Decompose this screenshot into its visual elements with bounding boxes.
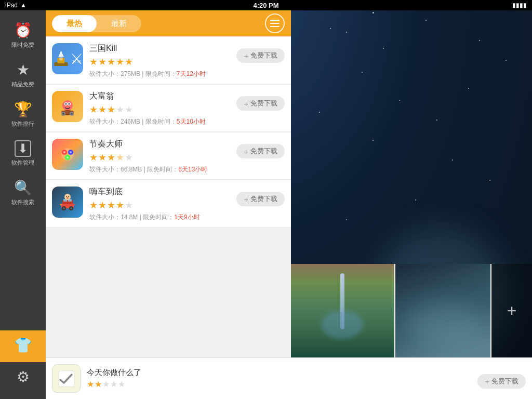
svg-point-13: [62, 113, 64, 115]
tab-bar: 最热 最新: [46, 10, 291, 36]
app-stars: ★★★★★: [89, 200, 232, 211]
bottom-app-title: 今天你做什么了: [87, 368, 473, 378]
dafu-artwork: [57, 96, 78, 117]
app-icon-dafu: [52, 91, 83, 122]
time-limit: 7天12小时: [177, 70, 206, 77]
wallpaper-thumb-4[interactable]: [394, 264, 490, 357]
svg-point-32: [64, 194, 71, 200]
svg-point-14: [71, 113, 73, 115]
sanguo-artwork: [52, 48, 70, 69]
svg-point-20: [70, 151, 72, 153]
sidebar-item-settings[interactable]: ⚙: [0, 362, 46, 394]
svg-point-21: [66, 156, 69, 158]
app-info: 节奏大师 ★★★★★ 软件大小：66.8MB | 限免时间：6天13小时: [89, 139, 232, 174]
app-icon-sanguo: [52, 43, 83, 74]
app-meta: 软件大小：66.8MB | 限免时间：6天13小时: [89, 165, 232, 174]
svg-point-19: [63, 151, 65, 153]
search-icon: 🔍: [14, 179, 32, 196]
sidebar-item-label: 软件排行: [11, 120, 34, 128]
trophy-icon: 🏆: [14, 101, 32, 118]
app-info: 三国Kill ★★★★★ 软件大小：275MB | 限免时间：7天12小时: [89, 43, 232, 78]
svg-rect-30: [60, 204, 62, 205]
status-left: iPad ▲: [5, 2, 26, 9]
hiche-artwork: [57, 192, 78, 212]
app-title: 节奏大师: [89, 139, 232, 150]
app-title: 大富翁: [89, 91, 232, 102]
sidebar: ⏰ 限时免费 ★ 精品免费 🏆 软件排行 ⬇ 软件管理 🔍 软件搜索 👕 ⚙: [0, 10, 46, 399]
plus-icon: +: [507, 301, 517, 321]
download-icon: ⬇: [15, 140, 31, 157]
status-bar: iPad ▲ 4:20 PM ▮▮▮▮: [0, 0, 532, 10]
svg-marker-2: [58, 50, 64, 57]
time-limit: 5天10小时: [177, 118, 206, 125]
app-meta: 软件大小：246MB | 限免时间：5天10小时: [89, 117, 232, 126]
app-title: 三国Kill: [89, 43, 232, 54]
svg-point-7: [65, 103, 67, 105]
svg-point-4: [62, 100, 73, 111]
time-display: 4:20 PM: [253, 2, 278, 9]
main-panel: 最热 最新 三国Kill ★★★★★: [46, 10, 291, 399]
app-stars: ★★★★★: [89, 104, 232, 115]
jiezou-artwork: [57, 144, 78, 165]
app-meta: 软件大小：275MB | 限免时间：7天12小时: [89, 70, 232, 78]
tab-new[interactable]: 最新: [97, 15, 141, 32]
list-item: 节奏大师 ★★★★★ 软件大小：66.8MB | 限免时间：6天13小时 免费下…: [46, 132, 291, 180]
sidebar-item-xianshibian[interactable]: ⏰ 限时免费: [0, 16, 46, 55]
svg-point-34: [68, 196, 69, 197]
tab-hot[interactable]: 最热: [52, 15, 97, 32]
battery-icon: ▮▮▮▮: [512, 2, 527, 9]
svg-point-8: [69, 103, 70, 105]
sidebar-item-paihang[interactable]: 🏆 软件排行: [0, 95, 46, 134]
sidebar-item-label: 精品免费: [11, 81, 34, 88]
app-icon-jiezou: [52, 139, 83, 170]
bottom-app-strip: 今天你做什么了 ★★★★★ 免费下载: [46, 357, 532, 399]
sidebar-item-label: 软件管理: [11, 159, 34, 167]
svg-point-28: [63, 207, 65, 209]
svg-point-35: [66, 197, 69, 199]
time-limit: 6天13小时: [178, 166, 207, 173]
wallpaper-add-button[interactable]: +: [490, 264, 532, 357]
app-info: 嗨车到底 ★★★★★ 软件大小：14.8M | 限免时间：1天9小时: [89, 187, 232, 222]
tab-buttons: 最热 最新: [52, 15, 141, 32]
app-stars: ★★★★★: [89, 152, 232, 163]
sidebar-item-guanli[interactable]: ⬇ 软件管理: [0, 134, 46, 173]
app-title: 嗨车到底: [89, 187, 232, 197]
bottom-app-info: 今天你做什么了 ★★★★★: [87, 368, 473, 389]
app-stars: ★★★★★: [89, 56, 232, 68]
gear-icon: ⚙: [17, 368, 30, 385]
download-button[interactable]: 免费下载: [236, 48, 285, 63]
svg-point-33: [66, 196, 67, 197]
jintian-artwork: [56, 368, 77, 389]
wallpaper-thumb-3[interactable]: [289, 264, 394, 357]
menu-button[interactable]: [265, 14, 285, 33]
star-icon: ★: [17, 61, 30, 78]
menu-line-3: [270, 26, 280, 27]
svg-point-29: [70, 207, 72, 209]
download-button[interactable]: 免费下载: [236, 144, 285, 158]
clock-icon: ⏰: [14, 22, 32, 39]
sidebar-item-theme[interactable]: 👕: [0, 330, 46, 362]
download-button[interactable]: 免费下载: [236, 192, 285, 206]
download-button[interactable]: 免费下载: [236, 96, 285, 111]
status-right: ▮▮▮▮: [512, 2, 527, 9]
sidebar-item-label: 限时免费: [11, 41, 34, 49]
app-info: 大富翁 ★★★★★ 软件大小：246MB | 限免时间：5天10小时: [89, 91, 232, 126]
bottom-app-stars: ★★★★★: [87, 379, 473, 389]
app-icon-hiche: [52, 187, 83, 218]
sidebar-item-sousuo[interactable]: 🔍 软件搜索: [0, 173, 46, 212]
bottom-download-button[interactable]: 免费下载: [477, 374, 526, 389]
carrier-label: iPad: [5, 2, 18, 9]
app-list: 三国Kill ★★★★★ 软件大小：275MB | 限免时间：7天12小时 免费…: [46, 36, 291, 399]
list-item: 嗨车到底 ★★★★★ 软件大小：14.8M | 限免时间：1天9小时 免费下载: [46, 180, 291, 228]
sidebar-item-label: 软件搜索: [11, 198, 34, 206]
time-limit: 1天9小时: [174, 214, 200, 221]
svg-rect-37: [59, 371, 74, 387]
tshirt-icon: 👕: [14, 337, 32, 354]
svg-point-3: [59, 57, 63, 61]
bottom-app-icon: [52, 364, 81, 393]
list-item: 三国Kill ★★★★★ 软件大小：275MB | 限免时间：7天12小时 免费…: [46, 37, 291, 84]
sidebar-item-jingpin[interactable]: ★ 精品免费: [0, 55, 46, 95]
svg-rect-31: [73, 204, 75, 205]
list-item: 大富翁 ★★★★★ 软件大小：246MB | 限免时间：5天10小时 免费下载: [46, 85, 291, 132]
menu-line-2: [270, 23, 280, 24]
